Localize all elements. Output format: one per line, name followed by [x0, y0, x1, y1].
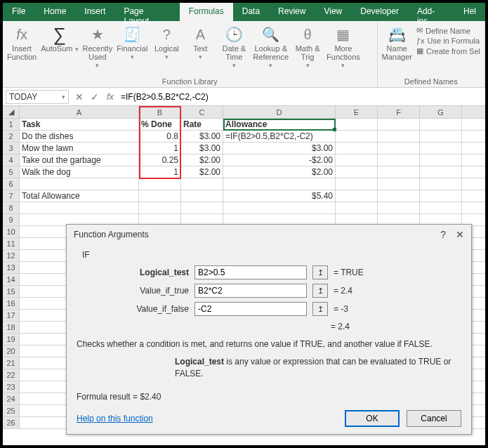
row-head[interactable]: 22 — [3, 369, 20, 381]
argument-input[interactable] — [194, 265, 307, 279]
table-row[interactable]: 7Total Allowance$5.40 — [3, 190, 485, 202]
tab-view[interactable]: View — [315, 3, 351, 21]
cell[interactable] — [336, 143, 378, 154]
col-head-g[interactable]: G — [420, 106, 462, 118]
row-head[interactable]: 9 — [3, 214, 20, 225]
math-trig-button[interactable]: θMath & Trig▾ — [293, 23, 322, 70]
col-head-c[interactable]: C — [181, 106, 223, 118]
table-row[interactable]: 3Mow the lawn1$3.00$3.00 — [3, 143, 485, 154]
row-head[interactable]: 25 — [3, 405, 20, 416]
tab-page-layout[interactable]: Page Layout — [114, 3, 179, 21]
row-head[interactable]: 13 — [3, 262, 20, 273]
cell[interactable]: 0.8 — [139, 131, 181, 142]
select-all-corner[interactable]: ◢ — [3, 106, 20, 118]
row-head[interactable]: 10 — [3, 226, 20, 237]
cell[interactable]: $3.00 — [181, 131, 223, 142]
row-head[interactable]: 15 — [3, 286, 20, 297]
col-head-b[interactable]: B — [139, 106, 181, 118]
table-row[interactable]: 6 — [3, 178, 485, 190]
row-head[interactable]: 1 — [3, 119, 20, 130]
row-head[interactable]: 4 — [3, 154, 20, 166]
cell[interactable] — [139, 190, 181, 202]
cell[interactable] — [378, 143, 420, 154]
cell[interactable] — [378, 178, 420, 190]
cell[interactable] — [420, 202, 462, 213]
row-head[interactable]: 2 — [3, 131, 20, 142]
cell[interactable]: $3.00 — [181, 143, 223, 154]
cell[interactable]: $2.00 — [181, 154, 223, 166]
cell[interactable]: $2.00 — [181, 166, 223, 178]
cell[interactable] — [378, 154, 420, 166]
table-row[interactable]: 4Take out the garbage0.25$2.00-$2.00 — [3, 154, 485, 166]
cell[interactable]: 1 — [139, 143, 181, 154]
cell[interactable] — [420, 154, 462, 166]
cell[interactable] — [336, 166, 378, 178]
use-in-formula-button[interactable]: ƒxUse in Formula — [416, 37, 480, 45]
date-time-button[interactable]: 🕒Date & Time▾ — [219, 23, 249, 70]
row-head[interactable]: 24 — [3, 393, 20, 404]
cell[interactable]: =IF(B2>0.5,B2*C2,-C2) — [223, 131, 336, 142]
name-manager-button[interactable]: 📇Name Manager — [382, 23, 412, 61]
row-head[interactable]: 6 — [3, 178, 20, 190]
financial-button[interactable]: 🧾Financial▾ — [117, 23, 147, 61]
cell[interactable] — [223, 202, 336, 213]
cell[interactable] — [420, 143, 462, 154]
cell[interactable] — [378, 190, 420, 202]
cell[interactable] — [420, 166, 462, 178]
cell[interactable] — [420, 119, 462, 130]
name-box[interactable]: TODAY▾ — [6, 90, 69, 104]
row-head[interactable]: 5 — [3, 166, 20, 178]
table-row[interactable]: 8 — [3, 202, 485, 214]
tab-formulas[interactable]: Formulas — [180, 3, 233, 21]
cell[interactable] — [420, 178, 462, 190]
row-head[interactable]: 3 — [3, 143, 20, 154]
cell[interactable] — [181, 190, 223, 202]
row-head[interactable]: 18 — [3, 322, 20, 333]
table-row[interactable]: 2Do the dishes0.8$3.00=IF(B2>0.5,B2*C2,-… — [3, 131, 485, 143]
tab-developer[interactable]: Developer — [351, 3, 408, 21]
tab-home[interactable]: Home — [34, 3, 75, 21]
argument-input[interactable] — [194, 284, 307, 298]
cell[interactable]: Walk the dog — [20, 166, 139, 178]
fx-button[interactable]: fx — [103, 91, 118, 102]
cell[interactable]: Mow the lawn — [20, 143, 139, 154]
cell[interactable] — [20, 202, 139, 213]
row-head[interactable]: 23 — [3, 381, 20, 393]
tab-data[interactable]: Data — [233, 3, 269, 21]
more-functions-button[interactable]: ▦More Functions▾ — [327, 23, 360, 70]
cell[interactable] — [336, 119, 378, 130]
col-head-d[interactable]: D — [223, 106, 336, 118]
cell[interactable] — [378, 202, 420, 213]
help-icon[interactable]: ? — [440, 229, 446, 240]
cell[interactable]: $3.00 — [223, 143, 336, 154]
logical-button[interactable]: ?Logical▾ — [152, 23, 181, 61]
cell[interactable] — [336, 190, 378, 202]
row-head[interactable]: 16 — [3, 298, 20, 309]
row-head[interactable]: 8 — [3, 202, 20, 213]
tab-add-ins[interactable]: Add-ins — [408, 3, 454, 21]
ok-button[interactable]: OK — [345, 410, 400, 427]
row-head[interactable]: 11 — [3, 238, 20, 249]
autosum-button[interactable]: ∑AutoSum ▾ — [41, 23, 78, 53]
create-from-selection-button[interactable]: ▦Create from Sel — [416, 46, 480, 55]
chevron-down-icon[interactable]: ▾ — [62, 93, 65, 100]
cell[interactable]: -$2.00 — [223, 154, 336, 166]
col-head-a[interactable]: A — [20, 106, 139, 118]
cell[interactable] — [420, 190, 462, 202]
cancel-button[interactable]: Cancel — [407, 410, 461, 427]
table-row[interactable]: 1Task% DoneRateAllowance — [3, 119, 485, 131]
cell[interactable]: % Done — [139, 119, 181, 130]
tab-review[interactable]: Review — [269, 3, 315, 21]
cell[interactable] — [420, 131, 462, 142]
cell[interactable]: Allowance — [223, 119, 336, 130]
cell[interactable]: Take out the garbage — [20, 154, 139, 166]
row-head[interactable]: 26 — [3, 417, 20, 428]
insert-function-button[interactable]: fxInsert Function — [7, 23, 37, 61]
cell[interactable] — [378, 166, 420, 178]
tab-hel[interactable]: Hel — [454, 3, 485, 21]
cell[interactable] — [336, 131, 378, 142]
cancel-formula-button[interactable]: ✕ — [72, 91, 87, 103]
cell[interactable]: Task — [20, 119, 139, 130]
cell[interactable]: $5.40 — [223, 190, 336, 202]
table-row[interactable]: 5Walk the dog1$2.00$2.00 — [3, 166, 485, 178]
